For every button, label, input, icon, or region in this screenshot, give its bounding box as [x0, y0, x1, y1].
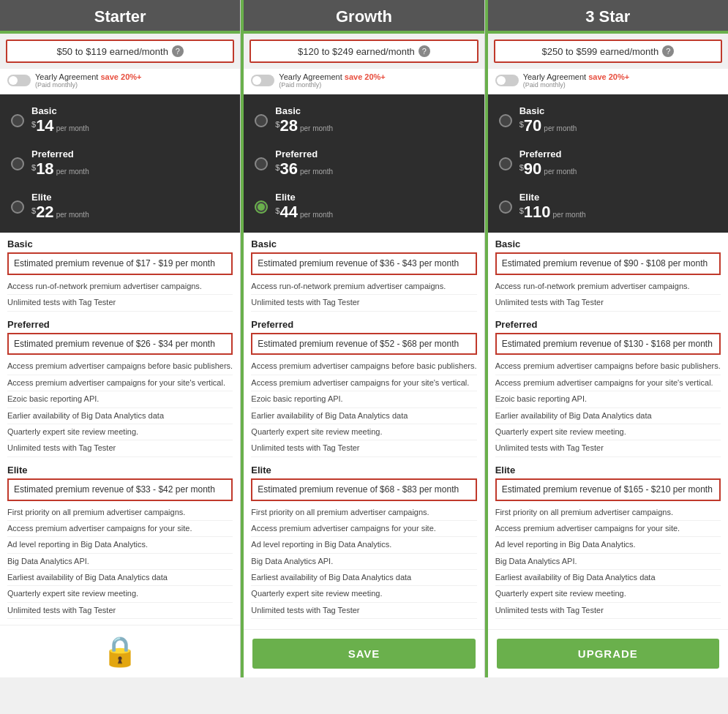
revenue-estimate: Estimated premium revenue of $130 - $168… — [495, 333, 721, 356]
feature-item: Ezoic basic reporting API. — [7, 391, 233, 407]
radio-btn-basic[interactable] — [255, 114, 268, 127]
tier-info: Basic $14 per month — [31, 105, 89, 135]
plan-header-starter: Starter — [0, 0, 240, 34]
price-amount: 22 — [36, 203, 53, 221]
price-per: per month — [56, 168, 89, 176]
feature-item: Ezoic basic reporting API. — [495, 391, 721, 407]
price-amount: 70 — [524, 116, 541, 135]
feature-item: Big Data Analytics API. — [495, 554, 721, 570]
feature-item: Access run-of-network premium advertiser… — [7, 279, 233, 295]
tier-info: Elite $110 per month — [519, 192, 586, 222]
revenue-estimate: Estimated premium revenue of $90 - $108 … — [495, 252, 721, 275]
tier-row-basic[interactable]: Basic $28 per month — [247, 99, 480, 141]
price-per: per month — [56, 211, 89, 219]
feature-item: Access premium advertiser campaigns for … — [495, 521, 721, 537]
tier-row-elite[interactable]: Elite $44 per month — [247, 186, 480, 228]
tier-info: Elite $22 per month — [31, 192, 89, 222]
feature-item: Access premium advertiser campaigns for … — [251, 521, 476, 537]
revenue-estimate: Estimated premium revenue of $68 - $83 p… — [251, 478, 476, 501]
plan-footer-3star: UPGRADE — [488, 629, 728, 677]
feature-item: Access premium advertiser campaigns befo… — [251, 358, 476, 375]
yearly-toggle-3star[interactable]: Yearly Agreement save 20%+(Paid monthly) — [488, 69, 728, 94]
save-pct: save 20%+ — [588, 72, 629, 81]
feature-item: Earliest availability of Big Data Analyt… — [251, 570, 476, 586]
feature-item: Unlimited tests with Tag Tester — [251, 295, 476, 311]
earning-range: $120 to $249 earned/month — [298, 46, 415, 57]
feature-item: Unlimited tests with Tag Tester — [251, 603, 476, 619]
price-per: per month — [544, 124, 577, 132]
plan-col-starter: Starter$50 to $119 earned/month ? Yearly… — [0, 0, 241, 677]
tier-name: Preferred — [519, 149, 577, 159]
feature-item: Unlimited tests with Tag Tester — [7, 295, 233, 311]
feature-item: First priority on all premium advertiser… — [495, 505, 721, 521]
tier-name: Basic — [519, 105, 577, 116]
help-icon[interactable]: ? — [172, 45, 184, 57]
tier-row-elite[interactable]: Elite $110 per month — [492, 186, 724, 228]
toggle-knob — [497, 76, 506, 85]
feature-item: Access premium advertiser campaigns for … — [7, 375, 233, 391]
price-amount: 110 — [524, 203, 551, 221]
feature-item: Ad level reporting in Big Data Analytics… — [7, 537, 233, 553]
feature-item: First priority on all premium advertiser… — [7, 505, 233, 521]
tier-row-preferred[interactable]: Preferred $90 per month — [492, 143, 724, 184]
feature-group-title-elite: Elite — [495, 465, 721, 476]
radio-btn-preferred[interactable] — [11, 157, 24, 170]
radio-btn-preferred[interactable] — [499, 157, 512, 170]
tier-info: Preferred $18 per month — [31, 149, 89, 178]
feature-item: Quarterly expert site review meeting. — [495, 586, 721, 602]
feature-group-title-basic: Basic — [7, 238, 233, 249]
growth-action-button[interactable]: SAVE — [252, 639, 475, 669]
radio-btn-basic[interactable] — [11, 114, 24, 127]
radio-btn-preferred[interactable] — [255, 157, 268, 170]
radio-btn-elite[interactable] — [499, 200, 512, 214]
plan-header-growth: Growth — [244, 0, 484, 34]
tier-name: Preferred — [31, 149, 89, 159]
plan-header-3star: 3 Star — [488, 0, 728, 34]
tier-name: Elite — [519, 192, 586, 203]
tier-price: $90 per month — [519, 159, 577, 178]
tier-row-basic[interactable]: Basic $14 per month — [4, 99, 236, 141]
tier-info: Preferred $90 per month — [519, 149, 577, 178]
3star-action-button[interactable]: UPGRADE — [497, 639, 719, 669]
paid-monthly: (Paid monthly) — [35, 81, 141, 89]
yearly-toggle-growth[interactable]: Yearly Agreement save 20%+(Paid monthly) — [244, 69, 484, 94]
feature-group-title-preferred: Preferred — [495, 319, 721, 330]
feature-item: First priority on all premium advertiser… — [251, 505, 476, 521]
feature-item: Big Data Analytics API. — [7, 554, 233, 570]
paid-monthly: (Paid monthly) — [523, 81, 629, 89]
feature-item: Earlier availability of Big Data Analyti… — [251, 408, 476, 424]
price-per: per month — [300, 211, 333, 219]
lock-icon: 🔒 — [9, 634, 231, 669]
tier-row-preferred[interactable]: Preferred $18 per month — [4, 143, 236, 184]
radio-btn-basic[interactable] — [499, 114, 512, 127]
feature-item: Unlimited tests with Tag Tester — [7, 603, 233, 619]
tier-price: $44 per month — [275, 203, 333, 222]
help-icon[interactable]: ? — [662, 45, 674, 57]
price-amount: 14 — [36, 116, 53, 135]
features-section-growth: BasicEstimated premium revenue of $36 - … — [244, 233, 484, 629]
toggle-knob — [9, 76, 18, 85]
tier-price: $36 per month — [275, 159, 333, 178]
feature-item: Quarterly expert site review meeting. — [7, 424, 233, 440]
feature-item: Unlimited tests with Tag Tester — [495, 295, 721, 311]
revenue-estimate: Estimated premium revenue of $33 - $42 p… — [7, 478, 233, 501]
price-amount: 18 — [36, 159, 53, 178]
toggle-switch[interactable] — [7, 75, 31, 86]
feature-item: Ad level reporting in Big Data Analytics… — [495, 537, 721, 553]
tier-row-elite[interactable]: Elite $22 per month — [4, 186, 236, 228]
help-icon[interactable]: ? — [419, 45, 430, 57]
toggle-switch[interactable] — [495, 75, 519, 86]
revenue-estimate: Estimated premium revenue of $26 - $34 p… — [7, 333, 233, 356]
price-per: per month — [56, 124, 89, 132]
toggle-switch[interactable] — [251, 75, 274, 86]
radio-btn-elite[interactable] — [11, 200, 24, 214]
toggle-knob — [252, 76, 261, 85]
plan-col-3star: 3 Star$250 to $599 earned/month ? Yearly… — [488, 0, 728, 677]
radio-btn-elite[interactable] — [255, 200, 268, 214]
plan-footer-starter: 🔒 — [0, 625, 240, 677]
price-amount: 36 — [279, 159, 297, 178]
revenue-estimate: Estimated premium revenue of $17 - $19 p… — [7, 252, 233, 275]
tier-row-preferred[interactable]: Preferred $36 per month — [247, 143, 480, 184]
tier-row-basic[interactable]: Basic $70 per month — [492, 99, 724, 141]
yearly-toggle-starter[interactable]: Yearly Agreement save 20%+(Paid monthly) — [0, 69, 240, 94]
